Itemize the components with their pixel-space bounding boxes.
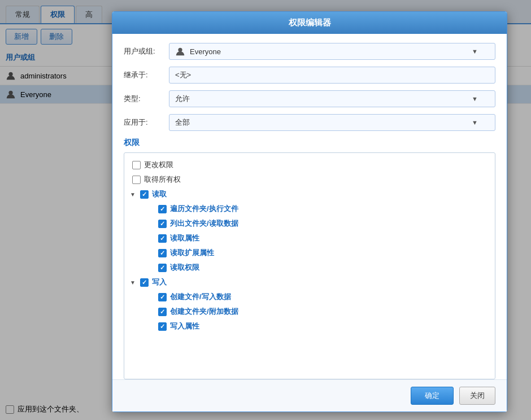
perm-item-write_group: ▼写入	[130, 275, 489, 290]
perm-item-read_perms: 读取权限	[130, 260, 489, 275]
expand-arrow-icon[interactable]: ▼	[130, 279, 137, 286]
perm-label-list_folder: 列出文件夹/读取数据	[170, 218, 238, 229]
svg-point-2	[178, 48, 182, 52]
perm-label-create_folders: 创建文件夹/附加数据	[170, 307, 238, 317]
apply-to-label: 应用于:	[124, 117, 169, 128]
perm-item-change_perms: 更改权限	[130, 158, 489, 172]
inherit-value: <无>	[169, 67, 495, 84]
user-group-field: Everyone ▼	[169, 43, 495, 60]
expand-arrow-icon[interactable]: ▼	[130, 191, 137, 198]
apply-to-select[interactable]: 全部 ▼	[169, 114, 495, 131]
perm-checkbox-change_perms[interactable]	[132, 161, 141, 169]
user-group-value: Everyone	[190, 47, 221, 56]
type-select[interactable]: 允许 ▼	[169, 90, 495, 107]
perm-checkbox-traverse[interactable]	[158, 205, 167, 213]
perm-checkbox-read_ext_attrs[interactable]	[158, 249, 167, 257]
perm-label-read_attrs: 读取属性	[170, 233, 199, 243]
dialog-footer: 确定 关闭	[112, 379, 507, 412]
perm-item-read_attrs: 读取属性	[130, 231, 489, 246]
dropdown-arrow-icon: ▼	[472, 119, 478, 126]
perm-checkbox-create_files[interactable]	[158, 293, 167, 301]
permissions-list[interactable]: 更改权限取得所有权▼读取遍历文件夹/执行文件列出文件夹/读取数据读取属性读取扩展…	[124, 152, 495, 379]
perm-checkbox-read_attrs[interactable]	[158, 234, 167, 243]
perm-checkbox-write_attrs[interactable]	[158, 322, 167, 331]
type-label: 类型:	[124, 94, 169, 104]
cancel-button[interactable]: 关闭	[459, 387, 495, 405]
perm-item-traverse: 遍历文件夹/执行文件	[130, 202, 489, 216]
perm-label-create_files: 创建文件/写入数据	[170, 292, 231, 302]
perm-item-create_folders: 创建文件夹/附加数据	[130, 304, 489, 319]
inherit-label: 继承于:	[124, 70, 169, 80]
user-group-row: 用户或组: Everyone ▼	[124, 43, 495, 60]
inherit-row: 继承于: <无>	[124, 67, 495, 84]
perm-checkbox-write_group[interactable]	[140, 278, 149, 287]
apply-to-field: 全部 ▼	[169, 114, 495, 131]
user-group-select[interactable]: Everyone ▼	[169, 43, 495, 60]
perm-checkbox-list_folder[interactable]	[158, 220, 167, 228]
perm-label-take_ownership: 取得所有权	[144, 174, 181, 185]
perm-item-take_ownership: 取得所有权	[130, 172, 489, 187]
perm-label-read_ext_attrs: 读取扩展属性	[170, 248, 214, 258]
permissions-editor-dialog: 权限编辑器 用户或组: Everyone ▼ 继承于:	[112, 11, 507, 412]
ok-button[interactable]: 确定	[411, 387, 454, 405]
type-value: 允许	[175, 94, 190, 104]
perm-item-read_ext_attrs: 读取扩展属性	[130, 246, 489, 260]
perm-label-write_attrs: 写入属性	[170, 321, 199, 331]
permissions-section: 权限 更改权限取得所有权▼读取遍历文件夹/执行文件列出文件夹/读取数据读取属性读…	[124, 138, 495, 379]
perm-label-change_perms: 更改权限	[144, 160, 173, 170]
perm-label-read_group: 读取	[152, 189, 167, 199]
user-group-label: 用户或组:	[124, 46, 169, 56]
dialog-body: 用户或组: Everyone ▼ 继承于: <无>	[112, 34, 507, 379]
inherit-field: <无>	[169, 67, 495, 84]
perm-item-read_group: ▼读取	[130, 187, 489, 202]
perm-checkbox-create_folders[interactable]	[158, 308, 167, 316]
dropdown-arrow-icon: ▼	[472, 95, 478, 102]
perm-label-read_perms: 读取权限	[170, 262, 199, 273]
user-icon	[175, 46, 185, 56]
perm-label-traverse: 遍历文件夹/执行文件	[170, 204, 238, 214]
type-row: 类型: 允许 ▼	[124, 90, 495, 107]
apply-to-value: 全部	[175, 117, 190, 128]
apply-to-row: 应用于: 全部 ▼	[124, 114, 495, 131]
permissions-title: 权限	[124, 138, 495, 148]
perm-checkbox-read_perms[interactable]	[158, 264, 167, 272]
dropdown-arrow-icon: ▼	[472, 48, 478, 55]
perm-item-write_attrs: 写入属性	[130, 319, 489, 334]
perm-checkbox-take_ownership[interactable]	[132, 176, 141, 184]
perm-item-list_folder: 列出文件夹/读取数据	[130, 216, 489, 231]
type-field: 允许 ▼	[169, 90, 495, 107]
dialog-title: 权限编辑器	[112, 12, 507, 34]
perm-checkbox-read_group[interactable]	[140, 190, 149, 199]
perm-label-write_group: 写入	[152, 277, 167, 287]
perm-item-create_files: 创建文件/写入数据	[130, 290, 489, 304]
